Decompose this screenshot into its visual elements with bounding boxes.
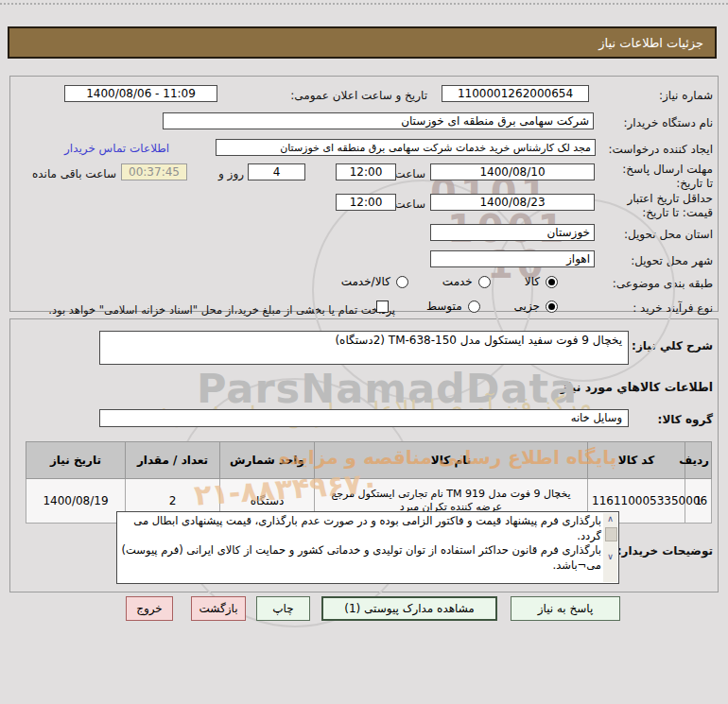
goods-group-label: گروه کالا: — [658, 413, 713, 427]
scroll-down-icon[interactable]: ∨ — [603, 551, 617, 563]
reply-deadline-time-field[interactable] — [336, 163, 396, 180]
treasury-note: پرداخت تمام یا بخشی از مبلغ خرید،از محل … — [48, 303, 395, 317]
process-type-options: جزیی متوسط — [376, 300, 558, 313]
col-row-index: ردیف — [685, 442, 712, 479]
need-details-page: 0101 1001 10 ParsNamadData مرکز فن آوری … — [0, 0, 728, 704]
col-goods-code: کد کالا — [588, 442, 685, 479]
goods-section-header: اطلاعات کالاهاي مورد نیاز — [561, 380, 713, 395]
classification-options: کالا خدمت کالا/خدمت — [341, 275, 558, 288]
delivery-city-field[interactable] — [430, 250, 595, 267]
countdown-timer: 00:37:45 — [121, 163, 187, 180]
announce-datetime-label: تاریخ و ساعت اعلان عمومی: — [290, 89, 427, 103]
price-validity-date-field[interactable] — [430, 194, 595, 211]
request-creator-label: ایجاد کننده درخواست: — [608, 143, 713, 157]
buyer-note-line: بارگذاری فرم پیشنهاد قیمت و فاکتور الزام… — [121, 514, 601, 543]
notes-scrollbar[interactable]: ∧ ∨ — [603, 513, 617, 582]
goods-group-field[interactable]: وسایل خانه — [99, 409, 629, 427]
reply-deadline-label: مهلت ارسال پاسخ: تا تاریخ: — [616, 163, 713, 191]
buyer-notes-label: توضیحات خریدار: — [617, 544, 713, 558]
need-description-field[interactable]: یخچال 9 فوت سفید ایستکول مدل TM-638-150 … — [99, 331, 629, 365]
reply-to-need-button[interactable]: پاسخ به نیاز — [511, 596, 620, 621]
scrollbar-thumb[interactable] — [605, 527, 617, 541]
print-button[interactable]: چاپ — [256, 596, 310, 621]
price-validity-label: حداقل تاریخ اعتبار قیمت: تا تاریخ: — [605, 192, 713, 220]
delivery-city-label: شهر محل تحویل: — [631, 254, 713, 268]
need-description-label: شرح کلي نیاز: — [632, 339, 713, 353]
exit-button[interactable]: خروج — [126, 596, 173, 621]
radio-partial-label: جزیی — [514, 300, 540, 313]
cell-need-date: 1400/08/19 — [26, 479, 126, 524]
reply-deadline-date-field[interactable] — [430, 163, 595, 180]
buyer-note-line: بارگذاری فرم قانون حداکثر استفاده از توا… — [121, 543, 601, 573]
delivery-province-label: استان محل تحویل: — [624, 228, 713, 242]
radio-service-label: خدمت — [442, 275, 473, 288]
need-number-label: شماره نیاز: — [659, 89, 713, 103]
price-validity-time-field[interactable] — [336, 194, 396, 211]
radio-medium-label: متوسط — [426, 300, 462, 313]
radio-medium[interactable] — [468, 300, 480, 313]
page-title-bar: جزئیات اطلاعات نیاز — [8, 26, 717, 59]
col-unit: واحد شمارش — [220, 442, 315, 479]
treasury-checkbox[interactable] — [376, 300, 389, 313]
radio-service[interactable] — [478, 276, 491, 288]
view-attachments-button[interactable]: مشاهده مدارک پیوستی (1) — [321, 596, 497, 621]
page-title: جزئیات اطلاعات نیاز — [598, 36, 703, 50]
goods-table-header-row: ردیف کد کالا نام کالا واحد شمارش تعداد /… — [26, 442, 712, 479]
announce-datetime-field[interactable] — [64, 85, 217, 102]
radio-goods-service[interactable] — [396, 276, 408, 288]
buyer-org-label: نام دستگاه خریدار: — [624, 116, 714, 130]
buyer-notes-textarea[interactable]: بارگذاری فرم پیشنهاد قیمت و فاکتور الزام… — [116, 511, 619, 584]
need-number-field[interactable] — [442, 85, 589, 102]
hours-remaining-label: ساعت باقی مانده — [32, 167, 116, 181]
delivery-province-field[interactable] — [430, 224, 595, 241]
radio-goods-label: کالا — [525, 275, 540, 288]
radio-goods[interactable] — [546, 276, 558, 288]
radio-partial[interactable] — [546, 300, 558, 313]
days-and-label: روز و — [218, 167, 244, 181]
radio-goods-service-label: کالا/خدمت — [341, 275, 390, 288]
back-button[interactable]: بازگشت — [191, 596, 246, 621]
buyer-org-field[interactable] — [163, 112, 594, 129]
col-quantity: تعداد / مقدار — [126, 442, 220, 479]
buyer-contact-link[interactable]: اطلاعات تماس خریدار — [64, 142, 169, 155]
scroll-up-icon[interactable]: ∧ — [603, 513, 617, 525]
process-type-label: نوع فرآیند خرید : — [633, 301, 713, 316]
days-remaining-field[interactable] — [248, 163, 305, 180]
top-dotted-divider — [0, 3, 728, 5]
col-goods-name: نام کالا — [315, 442, 588, 479]
request-creator-field[interactable] — [216, 139, 596, 156]
deadline-hour-label: ساعت — [394, 167, 425, 181]
col-need-date: تاریخ نیاز — [26, 442, 126, 479]
classification-label: طبقه بندی موضوعی: — [613, 277, 713, 291]
price-validity-hour-label: ساعت — [394, 197, 425, 212]
buyer-notes-text: بارگذاری فرم پیشنهاد قیمت و فاکتور الزام… — [121, 514, 601, 573]
